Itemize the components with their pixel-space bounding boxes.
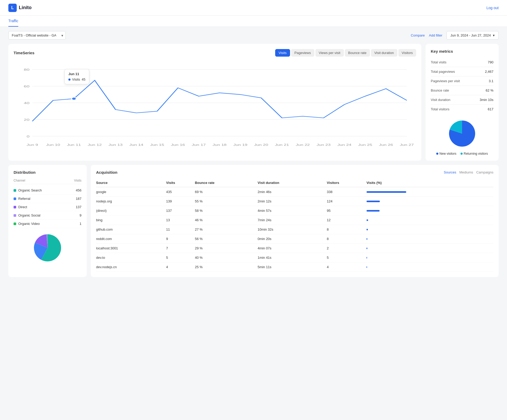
- logout-button[interactable]: Log out: [486, 6, 499, 10]
- svg-text:60: 60: [24, 85, 30, 88]
- metric-value: 2,467: [485, 70, 493, 74]
- acq-source: github.com: [96, 225, 166, 234]
- distribution-row: Organic Video 1: [14, 220, 81, 228]
- distribution-row: Referral 187: [14, 195, 81, 203]
- acquisition-row: (direct) 137 58 % 4min 57s 95: [96, 206, 493, 215]
- acquisition-tab-mediums[interactable]: Mediums: [459, 170, 473, 174]
- acq-visits: 11: [166, 225, 195, 234]
- distribution-card: Distribution Channel Visits Organic Sear…: [8, 165, 87, 277]
- tooltip-date: Jun 11: [68, 72, 85, 76]
- acquisition-row: localhost:3001 7 29 % 4min 07s 2: [96, 244, 493, 253]
- acq-source: dev.to: [96, 253, 166, 262]
- svg-text:Jun 27: Jun 27: [400, 143, 414, 146]
- date-range-label: Jun 9, 2024 - Jun 27, 2024: [450, 33, 491, 37]
- dist-col-channel: Channel: [14, 179, 25, 182]
- visitors-pie-chart: [446, 118, 478, 149]
- channel-color-dot: [14, 223, 16, 225]
- svg-text:Jun 22: Jun 22: [296, 143, 310, 146]
- acquisition-row: reddit.com 9 56 % 0min 20s 8: [96, 234, 493, 244]
- acq-duration: 1min 41s: [258, 253, 327, 262]
- channel-label: Referral: [14, 197, 30, 201]
- bottom-row: Distribution Channel Visits Organic Sear…: [8, 165, 499, 277]
- acq-visits: 4: [166, 262, 195, 272]
- acquisition-card: Acquisition SourcesMediumsCampaigns Sour…: [91, 165, 499, 277]
- acq-visits-pct: [367, 244, 493, 253]
- acq-col-visits: Visits: [166, 179, 195, 187]
- acq-visitors: 4: [327, 262, 367, 272]
- svg-text:Jun 13: Jun 13: [109, 143, 123, 146]
- chart-area: Jun 11 Visits 45 020406080Jun 9Jun 10Jun…: [14, 64, 416, 147]
- channel-name: Organic Search: [18, 188, 42, 192]
- acq-visitors: 5: [327, 253, 367, 262]
- acquisition-tab-campaigns[interactable]: Campaigns: [476, 170, 493, 174]
- channel-color-dot: [14, 214, 16, 217]
- svg-text:Jun 11: Jun 11: [67, 143, 81, 146]
- channel-color-dot: [14, 206, 16, 208]
- timeseries-tab-bounce-rate[interactable]: Bounce rate: [345, 49, 370, 57]
- tooltip-value: 45: [82, 77, 85, 81]
- svg-text:Jun 10: Jun 10: [46, 143, 60, 146]
- metric-value: 790: [488, 60, 493, 64]
- add-filter-button[interactable]: Add filter: [429, 33, 442, 37]
- timeseries-tab-visitors[interactable]: Visitors: [398, 49, 416, 57]
- date-range-button[interactable]: Jun 9, 2024 - Jun 27, 2024 ▾: [446, 31, 499, 40]
- legend-dot: [436, 153, 438, 155]
- svg-text:Jun 20: Jun 20: [254, 143, 268, 146]
- distribution-rows: Organic Search 456 Referral 187 Direct 1…: [14, 186, 81, 228]
- logo-area: L Linito: [8, 4, 32, 12]
- acq-visits: 7: [166, 244, 195, 253]
- main-content: TimeSeries VisitsPageviewsViews per visi…: [0, 44, 507, 285]
- metric-label: Bounce rate: [431, 88, 449, 92]
- acq-visits: 9: [166, 234, 195, 244]
- timeseries-tab-visits[interactable]: Visits: [275, 49, 290, 57]
- property-selector[interactable]: FoalTS - Official website - GA4 ▾: [8, 31, 66, 40]
- acq-col-bounce-rate: Bounce rate: [195, 179, 257, 187]
- metric-label: Visit duration: [431, 98, 450, 102]
- acquisition-tabs: SourcesMediumsCampaigns: [444, 170, 493, 174]
- timeseries-tab-views-per-visit[interactable]: Views per visit: [315, 49, 344, 57]
- logo-icon: L: [8, 4, 17, 12]
- channel-name: Direct: [18, 205, 27, 209]
- svg-text:Jun 9: Jun 9: [27, 143, 38, 146]
- acquisition-row: nodejs.org 139 55 % 2min 12s 124: [96, 197, 493, 206]
- acq-duration: 10min 32s: [258, 225, 327, 234]
- acq-visits-pct: [367, 187, 493, 197]
- channel-label: Organic Social: [14, 213, 40, 217]
- top-row: TimeSeries VisitsPageviewsViews per visi…: [8, 44, 499, 161]
- metric-label: Total visits: [431, 60, 446, 64]
- pie-legend: New visitorsReturning visitors: [436, 152, 488, 155]
- timeseries-tab-pageviews[interactable]: Pageviews: [291, 49, 314, 57]
- acq-source: reddit.com: [96, 234, 166, 244]
- metric-row: Total visitors617: [431, 105, 493, 114]
- acq-source: (direct): [96, 206, 166, 215]
- channel-label: Direct: [14, 205, 27, 209]
- traffic-tab[interactable]: Traffic: [8, 16, 18, 27]
- metric-label: Total pageviews: [431, 70, 455, 74]
- acquisition-row: dev.to 5 40 % 1min 41s 5: [96, 253, 493, 262]
- svg-text:Jun 14: Jun 14: [129, 143, 143, 146]
- metrics-list: Total visits790Total pageviews2,467Pagev…: [431, 58, 493, 114]
- key-metrics-title: Key metrics: [431, 49, 493, 53]
- acq-col-visitors: Visitors: [327, 179, 367, 187]
- acq-bounce: 46 %: [195, 215, 257, 225]
- acq-visits-pct: [367, 197, 493, 206]
- compare-button[interactable]: Compare: [411, 33, 425, 37]
- nav-bar: Traffic: [0, 16, 507, 27]
- tooltip-metric: Visits: [72, 77, 80, 81]
- acq-bounce: 56 %: [195, 234, 257, 244]
- property-select[interactable]: FoalTS - Official website - GA4: [8, 31, 66, 40]
- acquisition-header: Acquisition SourcesMediumsCampaigns: [96, 170, 493, 175]
- channel-name: Organic Social: [18, 213, 40, 217]
- legend-item: Returning visitors: [461, 152, 488, 155]
- svg-text:Jun 23: Jun 23: [316, 143, 331, 146]
- distribution-title: Distribution: [14, 170, 81, 175]
- acq-visitors: 12: [327, 215, 367, 225]
- timeseries-tab-visit-duration[interactable]: Visit duration: [371, 49, 397, 57]
- acquisition-tab-sources[interactable]: Sources: [444, 170, 456, 174]
- acq-visits-pct: [367, 234, 493, 244]
- dist-pie-area: [14, 232, 81, 263]
- acq-visits-pct: [367, 206, 493, 215]
- svg-point-29: [72, 97, 76, 100]
- channel-visits: 137: [76, 205, 81, 209]
- svg-text:Jun 21: Jun 21: [275, 143, 289, 146]
